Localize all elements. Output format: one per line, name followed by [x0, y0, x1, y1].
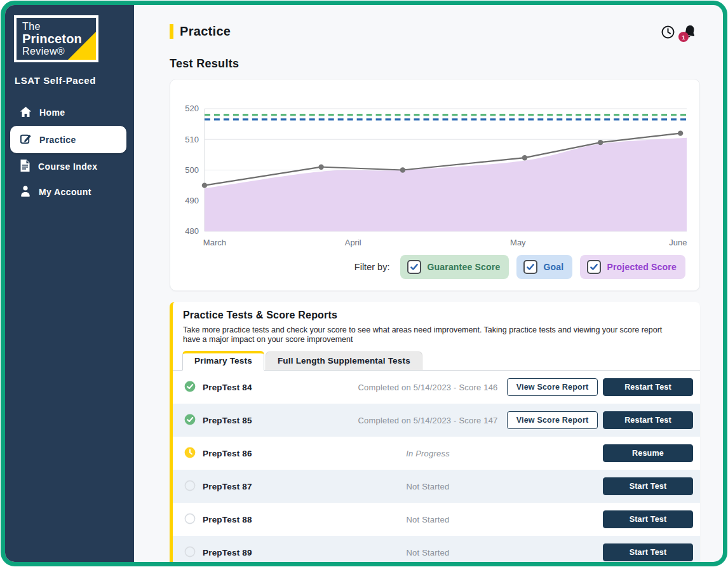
- app-window: The Princeton Review® LSAT Self-Paced Ho…: [1, 1, 727, 566]
- top-bar: Practice 1: [170, 24, 700, 40]
- test-row-buttons: Start Test: [501, 543, 693, 561]
- chip-label: Projected Score: [607, 262, 677, 272]
- sidebar-item-course-index[interactable]: Course Index: [9, 154, 134, 179]
- filter-label: Filter by:: [354, 262, 390, 272]
- test-status-text: In Progress: [354, 449, 501, 458]
- svg-text:480: 480: [185, 226, 199, 236]
- title-yellow-accent: [170, 24, 173, 39]
- clock-circle-icon: [184, 447, 196, 460]
- test-name: PrepTest 89: [203, 548, 252, 557]
- test-row-buttons: Start Test: [501, 477, 693, 495]
- practice-tests-card: Practice Tests & Score Reports Take more…: [170, 302, 700, 562]
- test-status-text: Not Started: [354, 548, 501, 557]
- check-circle-icon: [184, 414, 196, 427]
- svg-text:April: April: [345, 238, 361, 247]
- test-name: PrepTest 87: [203, 482, 252, 491]
- page-title: Practice: [180, 24, 231, 39]
- sidebar-item-my-account[interactable]: My Account: [9, 179, 134, 205]
- history-clock-icon[interactable]: [661, 25, 675, 39]
- test-name: PrepTest 88: [203, 515, 252, 524]
- filter-chip-projected-score[interactable]: Projected Score: [580, 255, 685, 279]
- sidebar-item-label: Home: [39, 107, 65, 118]
- home-icon: [20, 106, 32, 120]
- empty-circle-icon: [184, 546, 196, 559]
- svg-text:March: March: [203, 238, 226, 247]
- test-name: PrepTest 86: [203, 449, 252, 458]
- tests-tabs: Primary Tests Full Length Supplemental T…: [173, 351, 700, 371]
- test-row-buttons: View Score ReportRestart Test: [501, 378, 693, 396]
- checkbox-checked-icon[interactable]: [523, 260, 537, 274]
- test-status-text: Completed on 5/14/2023 - Score 146: [354, 383, 501, 392]
- start-test-button[interactable]: Start Test: [603, 510, 693, 528]
- check-circle-icon: [184, 381, 196, 394]
- svg-text:510: 510: [185, 135, 199, 144]
- empty-circle-icon: [184, 480, 196, 493]
- test-status-text: Not Started: [354, 482, 501, 491]
- sidebar-item-practice[interactable]: Practice: [10, 126, 126, 153]
- svg-text:490: 490: [185, 196, 199, 205]
- princeton-review-logo: The Princeton Review®: [14, 15, 98, 62]
- test-status-text: Completed on 5/14/2023 - Score 147: [354, 416, 501, 425]
- view-score-report-button[interactable]: View Score Report: [507, 378, 598, 396]
- svg-text:500: 500: [185, 165, 199, 175]
- test-row-buttons: Resume: [501, 444, 693, 462]
- test-name: PrepTest 84: [203, 383, 252, 392]
- restart-test-button[interactable]: Restart Test: [603, 378, 693, 396]
- section-heading: Test Results: [170, 57, 700, 71]
- test-row-buttons: View Score ReportRestart Test: [501, 411, 693, 429]
- notification-badge: 1: [678, 32, 689, 42]
- sidebar-nav: Home Practice Course Index My Account: [9, 100, 134, 205]
- checkbox-checked-icon[interactable]: [407, 260, 421, 274]
- start-test-button[interactable]: Start Test: [603, 543, 693, 561]
- main-content: Practice 1 Test Results 480490500510520M…: [134, 5, 723, 562]
- sidebar: The Princeton Review® LSAT Self-Paced Ho…: [5, 5, 134, 562]
- chip-label: Goal: [543, 262, 563, 272]
- svg-text:June: June: [669, 238, 687, 247]
- test-row: PrepTest 87 Not Started Start Test: [173, 470, 700, 503]
- score-chart-card: 480490500510520MarchAprilMayJune Filter …: [170, 79, 700, 291]
- person-icon: [20, 185, 31, 199]
- test-row: PrepTest 88 Not Started Start Test: [173, 503, 700, 536]
- checkbox-checked-icon[interactable]: [587, 260, 601, 274]
- logo-line-1: The: [22, 21, 96, 32]
- sidebar-item-label: My Account: [39, 187, 91, 197]
- score-trend-chart: 480490500510520MarchAprilMayJune: [177, 90, 693, 250]
- test-row: PrepTest 86 In Progress Resume: [173, 437, 700, 470]
- test-name: PrepTest 85: [203, 416, 252, 425]
- filter-chip-goal[interactable]: Goal: [516, 255, 572, 279]
- test-row: PrepTest 84 Completed on 5/14/2023 - Sco…: [173, 371, 700, 404]
- test-rows-list: PrepTest 84 Completed on 5/14/2023 - Sco…: [173, 371, 700, 562]
- svg-text:May: May: [510, 238, 526, 247]
- logo-yellow-triangle: [68, 32, 96, 60]
- edit-pencil-icon: [20, 133, 32, 147]
- resume-button[interactable]: Resume: [603, 444, 693, 462]
- svg-text:520: 520: [185, 104, 199, 113]
- sidebar-item-home[interactable]: Home: [9, 100, 134, 125]
- view-score-report-button[interactable]: View Score Report: [507, 411, 598, 429]
- notifications-bell-icon[interactable]: 1: [682, 24, 698, 40]
- chart-filter-row: Filter by: Guarantee Score Goal: [177, 250, 693, 282]
- tab-primary-tests[interactable]: Primary Tests: [182, 351, 264, 371]
- empty-circle-icon: [184, 513, 196, 526]
- test-row: PrepTest 89 Not Started Start Test: [173, 536, 700, 562]
- filter-chip-guarantee-score[interactable]: Guarantee Score: [400, 255, 509, 279]
- test-row: PrepTest 85 Completed on 5/14/2023 - Sco…: [173, 404, 700, 437]
- start-test-button[interactable]: Start Test: [603, 477, 693, 495]
- tab-full-length-supplemental-tests[interactable]: Full Length Supplemental Tests: [266, 352, 422, 370]
- test-status-text: Not Started: [354, 515, 501, 524]
- test-row-buttons: Start Test: [501, 510, 693, 528]
- document-icon: [20, 160, 30, 174]
- chip-label: Guarantee Score: [427, 262, 500, 272]
- sidebar-item-label: Course Index: [38, 161, 98, 172]
- card-title: Practice Tests & Score Reports: [173, 310, 700, 321]
- sidebar-item-label: Practice: [39, 135, 76, 145]
- card-description: Take more practice tests and check your …: [173, 325, 689, 345]
- product-name: LSAT Self-Paced: [15, 75, 134, 86]
- restart-test-button[interactable]: Restart Test: [603, 411, 693, 429]
